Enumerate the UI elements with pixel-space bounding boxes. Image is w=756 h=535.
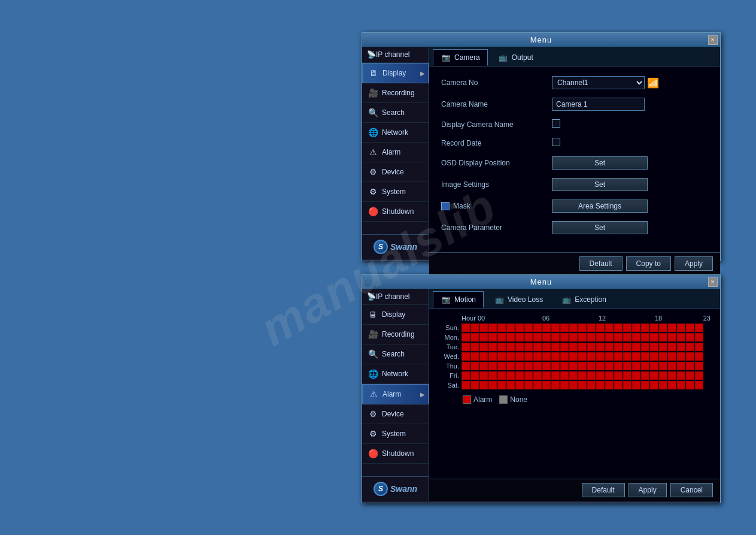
schedule-cell[interactable] [524,324,533,332]
tab-motion[interactable]: 📷 Motion [433,291,484,308]
schedule-cell[interactable] [515,371,524,380]
schedule-cell[interactable] [533,343,542,351]
schedule-cell[interactable] [641,362,649,370]
schedule-cell[interactable] [479,381,488,389]
schedule-cell[interactable] [632,381,640,389]
schedule-cell[interactable] [497,352,506,361]
schedule-cell[interactable] [632,324,640,332]
sidebar-item-system-2[interactable]: ⚙ System [362,424,429,444]
schedule-cell[interactable] [605,362,614,370]
schedule-cell[interactable] [614,343,623,351]
schedule-cell[interactable] [488,352,497,361]
schedule-cell[interactable] [551,371,560,380]
schedule-cell[interactable] [686,381,694,389]
schedule-cell[interactable] [632,343,640,351]
schedule-cell[interactable] [677,381,685,389]
schedule-cell[interactable] [560,343,569,351]
schedule-cell[interactable] [668,381,676,389]
schedule-cell[interactable] [506,381,515,389]
schedule-cell[interactable] [569,333,578,341]
schedule-cell[interactable] [641,371,649,380]
schedule-cell[interactable] [623,381,631,389]
schedule-cell[interactable] [470,352,479,361]
sidebar-item-device-2[interactable]: ⚙ Device [362,404,429,424]
schedule-cell[interactable] [542,333,551,341]
schedule-cell[interactable] [668,362,676,370]
schedule-cell[interactable] [677,343,685,351]
schedule-cell[interactable] [596,333,605,341]
schedule-cell[interactable] [479,343,488,351]
mask-area-settings-button[interactable]: Area Settings [552,200,648,213]
schedule-cell[interactable] [632,371,640,380]
sidebar-item-ip-channel-1[interactable]: 📡 IP channel [362,47,429,63]
schedule-cell[interactable] [605,343,614,351]
schedule-cell[interactable] [524,371,533,380]
sidebar-item-device-1[interactable]: ⚙ Device [362,162,429,182]
schedule-cell[interactable] [587,362,596,370]
apply-button-2[interactable]: Apply [629,483,667,497]
schedule-cell[interactable] [560,371,569,380]
schedule-cell[interactable] [641,381,649,389]
schedule-cell[interactable] [462,333,470,341]
schedule-cell[interactable] [695,381,703,389]
tab-output[interactable]: 📺 Output [490,49,541,66]
schedule-cell[interactable] [578,352,587,361]
schedule-cell[interactable] [569,324,578,332]
schedule-cell[interactable] [605,333,614,341]
schedule-cell[interactable] [569,381,578,389]
schedule-cell[interactable] [506,324,515,332]
tab-exception[interactable]: 📺 Exception [553,291,614,308]
schedule-cell[interactable] [659,371,667,380]
schedule-cell[interactable] [533,362,542,370]
schedule-cell[interactable] [462,343,470,351]
schedule-cell[interactable] [596,343,605,351]
schedule-cell[interactable] [470,371,479,380]
schedule-cell[interactable] [515,333,524,341]
schedule-cell[interactable] [623,362,631,370]
sidebar-item-alarm-1[interactable]: ⚠ Alarm [362,143,429,162]
schedule-cell[interactable] [524,333,533,341]
schedule-cell[interactable] [515,343,524,351]
schedule-cell[interactable] [524,362,533,370]
schedule-cell[interactable] [462,362,470,370]
schedule-cell[interactable] [542,381,551,389]
schedule-cell[interactable] [659,343,667,351]
schedule-cell[interactable] [668,343,676,351]
schedule-cell[interactable] [650,381,658,389]
schedule-cell[interactable] [596,324,605,332]
schedule-cell[interactable] [470,343,479,351]
schedule-cell[interactable] [479,333,488,341]
record-date-checkbox[interactable] [552,138,560,146]
sidebar-item-search-1[interactable]: 🔍 Search [362,103,429,123]
schedule-cell[interactable] [569,352,578,361]
menu-close-btn-2[interactable]: × [708,277,718,287]
schedule-cell[interactable] [497,371,506,380]
sidebar-item-ip-channel-2[interactable]: 📡 IP channel [362,289,429,305]
schedule-cell[interactable] [488,381,497,389]
schedule-cell[interactable] [533,333,542,341]
schedule-cell[interactable] [605,352,614,361]
schedule-cell[interactable] [596,371,605,380]
schedule-cell[interactable] [677,362,685,370]
schedule-cell[interactable] [596,352,605,361]
schedule-cell[interactable] [659,324,667,332]
schedule-cell[interactable] [506,371,515,380]
schedule-cell[interactable] [462,324,470,332]
schedule-cell[interactable] [623,343,631,351]
schedule-cell[interactable] [668,352,676,361]
schedule-cell[interactable] [515,381,524,389]
schedule-cell[interactable] [497,343,506,351]
schedule-cell[interactable] [686,333,694,341]
schedule-cell[interactable] [497,324,506,332]
schedule-cell[interactable] [479,324,488,332]
schedule-cell[interactable] [488,324,497,332]
schedule-cell[interactable] [695,333,703,341]
schedule-cell[interactable] [542,371,551,380]
schedule-cell[interactable] [650,371,658,380]
schedule-cell[interactable] [686,352,694,361]
schedule-cell[interactable] [650,362,658,370]
schedule-cell[interactable] [695,352,703,361]
schedule-cell[interactable] [488,343,497,351]
camera-name-input[interactable] [552,98,645,111]
copy-to-button-1[interactable]: Copy to [626,256,671,271]
